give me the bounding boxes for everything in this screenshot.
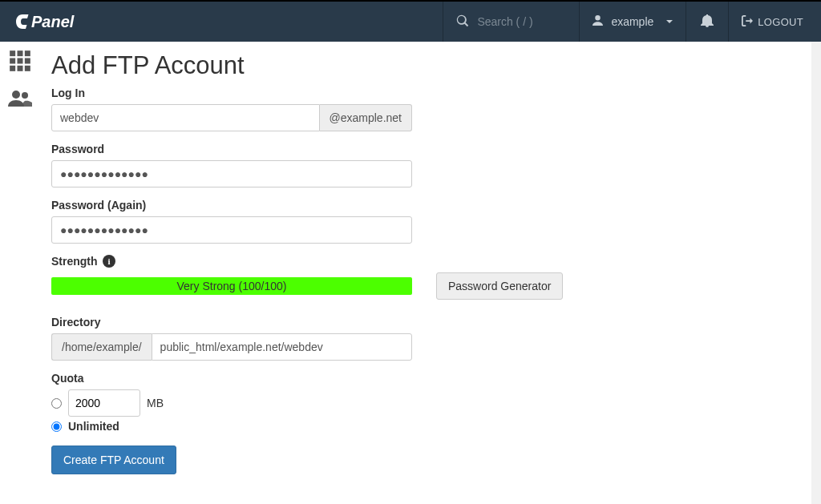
directory-prefix-addon: /home/example/ <box>51 333 152 361</box>
password-label: Password <box>51 143 800 155</box>
svg-rect-4 <box>10 58 15 64</box>
svg-rect-7 <box>10 66 15 71</box>
scrollbar-track[interactable] <box>811 42 821 504</box>
logout-button[interactable]: LOGOUT <box>728 2 821 42</box>
password-again-input[interactable] <box>51 216 412 244</box>
top-navbar: Panel Search ( / ) example LOGOUT <box>0 2 821 42</box>
search-box[interactable]: Search ( / ) <box>443 2 579 42</box>
login-domain-addon: @example.net <box>320 104 412 131</box>
directory-field-block: Directory /home/example/ <box>51 316 800 361</box>
create-ftp-account-button[interactable]: Create FTP Account <box>51 446 176 474</box>
submit-row: Create FTP Account <box>51 446 800 474</box>
login-label: Log In <box>51 87 800 99</box>
user-label: example <box>611 15 653 28</box>
user-icon <box>592 15 603 28</box>
strength-meter: Very Strong (100/100) <box>51 277 412 295</box>
svg-point-11 <box>22 92 28 99</box>
login-field-block: Log In @example.net <box>51 87 800 131</box>
password-generator-button[interactable]: Password Generator <box>436 272 563 300</box>
strength-label: Strength i <box>51 255 800 268</box>
svg-point-10 <box>12 91 20 99</box>
quota-unit-label: MB <box>147 397 164 409</box>
user-menu[interactable]: example <box>579 2 686 42</box>
notifications-button[interactable] <box>686 2 728 42</box>
search-placeholder: Search ( / ) <box>477 15 532 28</box>
logout-label: LOGOUT <box>758 16 803 28</box>
brand-logo[interactable]: Panel <box>0 2 443 42</box>
password-input[interactable] <box>51 160 412 187</box>
svg-text:i: i <box>107 256 110 266</box>
svg-rect-1 <box>10 50 15 56</box>
chevron-down-icon <box>666 20 673 23</box>
quota-limited-radio[interactable] <box>51 398 62 409</box>
logout-icon <box>742 15 753 29</box>
svg-rect-3 <box>25 50 30 56</box>
users-icon[interactable] <box>8 89 32 109</box>
svg-rect-2 <box>18 50 23 56</box>
cpanel-logo-icon: Panel <box>16 12 96 31</box>
info-icon[interactable]: i <box>103 255 115 268</box>
directory-input[interactable] <box>152 333 412 361</box>
directory-label: Directory <box>51 316 800 329</box>
quota-unlimited-radio[interactable] <box>51 421 62 432</box>
password-again-label: Password (Again) <box>51 199 800 212</box>
password-field-block: Password <box>51 143 800 187</box>
strength-block: Strength i Very Strong (100/100) Passwor… <box>51 255 800 300</box>
apps-grid-icon[interactable] <box>9 50 31 75</box>
svg-rect-6 <box>25 58 30 64</box>
svg-text:Panel: Panel <box>31 13 75 30</box>
quota-field-block: Quota MB Unlimited <box>51 372 800 433</box>
quota-value-input[interactable] <box>68 389 140 417</box>
bell-icon <box>701 14 714 30</box>
page-title: Add FTP Account <box>51 51 800 80</box>
main-content: Add FTP Account Log In @example.net Pass… <box>40 42 811 504</box>
left-sidebar <box>0 42 40 504</box>
svg-rect-5 <box>18 58 23 64</box>
svg-rect-9 <box>25 66 30 71</box>
svg-rect-8 <box>18 66 23 71</box>
password-again-field-block: Password (Again) <box>51 199 800 244</box>
quota-unlimited-label: Unlimited <box>68 420 119 433</box>
search-icon <box>456 14 469 30</box>
strength-text: Very Strong (100/100) <box>177 280 287 292</box>
login-input[interactable] <box>51 104 320 131</box>
quota-label: Quota <box>51 372 800 385</box>
strength-label-text: Strength <box>51 255 98 268</box>
